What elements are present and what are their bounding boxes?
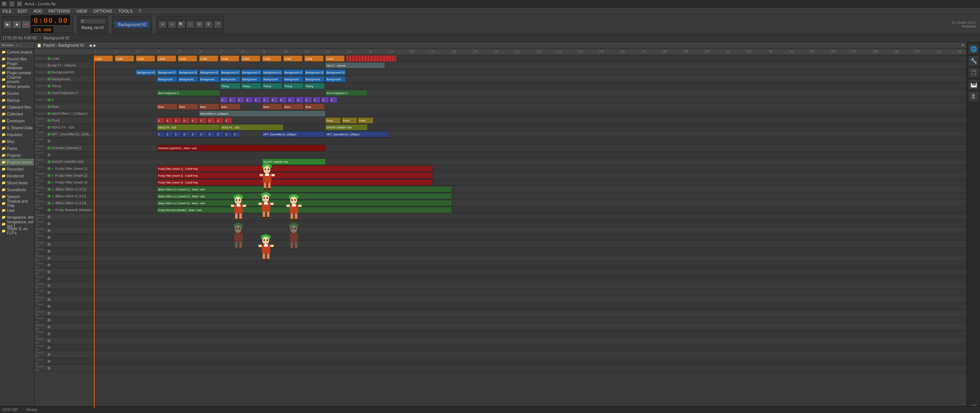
clip-bg2-6[interactable]: Background #2	[325, 69, 346, 75]
right-btn-3[interactable]: 🎵	[968, 67, 979, 78]
sidebar-item-il-shared[interactable]: 📁 IL Shared Data	[0, 124, 34, 131]
clip-lead-11[interactable]: Lead	[304, 55, 323, 62]
clip-fruity-filter-2[interactable]: Fruity Filter (Insert 2) - Cutoff freq	[157, 172, 433, 179]
clip-lead-12[interactable]: Lead	[325, 55, 345, 62]
track-26-mute[interactable]	[47, 229, 51, 232]
clip-3-row7-2[interactable]: 3	[229, 97, 236, 103]
clip-bg-7[interactable]: Background	[283, 76, 304, 82]
sidebar-item-tropical[interactable]: 📁 Tropical and Trap	[0, 200, 34, 207]
clip-wind[interactable]: Wind Effect 1 (128bpm)	[199, 111, 325, 117]
clip-fruity-filter-3[interactable]: Fruity Filter (Insert 3) - Cutoff freq	[157, 179, 433, 185]
clip-kickstart[interactable]: Kickstart (Sylenth1) - Mute / solo	[157, 145, 325, 151]
clip-3-row7-8[interactable]: 3	[279, 97, 287, 103]
menu-patterns[interactable]: PATTERNS	[47, 9, 72, 13]
tool-1[interactable]: ✏	[158, 21, 167, 28]
track-10-mute[interactable]	[47, 119, 51, 122]
tracks-grid[interactable]: Lead Lead Lead Lead Lead Lead Lead Lead …	[94, 55, 967, 408]
right-btn-2[interactable]: 🔧	[968, 55, 979, 66]
track-46-mute[interactable]	[47, 367, 51, 370]
clip-lead-8[interactable]: Lead	[241, 55, 260, 62]
track-32-mute[interactable]	[47, 270, 51, 273]
browse-icon[interactable]: Browse..	[2, 43, 15, 47]
track-41-mute[interactable]	[47, 332, 51, 335]
track-30-mute[interactable]	[47, 257, 51, 260]
clip-bg-5[interactable]: Background	[241, 76, 261, 82]
sidebar-down-icon[interactable]: ↓	[20, 43, 22, 47]
clip-3-row12-6[interactable]: 3	[199, 131, 207, 137]
track-8-mute[interactable]	[47, 105, 51, 108]
tool-6[interactable]: 🎙	[204, 21, 213, 28]
sidebar-item-backup[interactable]: 📁 Backup	[0, 97, 34, 104]
clip-thincy-2[interactable]: Thincy	[241, 83, 261, 89]
playlist-toolbar-btn-2[interactable]: ▶	[93, 43, 96, 47]
clip-bg7-2[interactable]: Background #2	[178, 69, 198, 75]
sidebar-item-mixer-presets[interactable]: 📁 Mixer presets	[0, 83, 34, 90]
clip-lead-10[interactable]: Lead	[283, 55, 302, 62]
menu-edit[interactable]: EDIT	[16, 9, 28, 13]
sidebar-item-packs[interactable]: 📁 Packs	[0, 145, 34, 152]
clip-bg7-4[interactable]: Background #7	[283, 69, 304, 75]
menu-add[interactable]: ADD	[32, 9, 43, 13]
clip-3-row10-9[interactable]: 3	[224, 117, 232, 124]
menu-view[interactable]: VIEW	[75, 9, 88, 13]
clip-explosion-1[interactable]: Avicii Explosion 2	[157, 90, 220, 96]
track-5-mute[interactable]	[47, 85, 51, 88]
track-44-mute[interactable]	[47, 353, 51, 356]
clip-bass-3[interactable]: Bass	[199, 104, 219, 110]
track-3-mute[interactable]	[47, 71, 51, 74]
track-21-mute[interactable]	[47, 195, 51, 198]
clip-bg-6[interactable]: Background	[262, 76, 283, 82]
track-39-mute[interactable]	[47, 319, 51, 322]
tool-3[interactable]: 🔍	[177, 21, 185, 28]
active-pattern[interactable]: Background #2	[114, 21, 150, 28]
clip-thincy-5[interactable]: Thincy	[304, 83, 325, 89]
clip-3-row7-6[interactable]: 3	[262, 97, 270, 103]
playlist-close[interactable]: ✕	[961, 43, 964, 47]
clip-bg-1[interactable]: Background	[157, 76, 177, 82]
clip-3-row7-13[interactable]: 3	[321, 97, 329, 103]
clip-3-row12-7[interactable]: 3	[207, 131, 215, 137]
track-16-mute[interactable]	[47, 160, 51, 163]
clip-lead-9[interactable]: Lead	[262, 55, 281, 62]
pattern-dropdown[interactable]: Backg..nd #2	[80, 25, 106, 31]
tool-4[interactable]: ↕	[186, 21, 194, 28]
track-25-mute[interactable]	[47, 222, 51, 225]
clip-pluck-3[interactable]: Pluck	[358, 117, 373, 124]
sidebar-item-plugin-database[interactable]: 📁 Plugin database	[0, 62, 34, 69]
clip-3-row10-1[interactable]: 3	[157, 117, 165, 124]
sidebar-item-envelopes[interactable]: 📁 Envelopes	[0, 117, 34, 124]
clip-bg2-5[interactable]: Background #2	[304, 69, 325, 75]
clip-3-row12-9[interactable]: 3	[224, 131, 232, 137]
track-18-mute[interactable]	[47, 174, 51, 177]
sidebar-item-projects[interactable]: 📁 Projects	[0, 152, 34, 159]
clip-bg7-3[interactable]: Background #7	[220, 69, 240, 75]
clip-hat-volume[interactable]: Hat 17 - Volume	[325, 62, 385, 68]
clip-3-row10-6[interactable]: 3	[199, 117, 207, 124]
menu-help[interactable]: ?	[137, 9, 142, 13]
clip-thincy-4[interactable]: Thincy	[283, 83, 304, 89]
clip-bg-9[interactable]: Background	[325, 76, 346, 82]
track-7-mute[interactable]	[47, 98, 51, 101]
track-23-mute[interactable]	[47, 208, 51, 211]
clip-3-row12-1[interactable]: 3	[157, 131, 165, 137]
track-40-mute[interactable]	[47, 325, 51, 328]
track-22-mute[interactable]	[47, 202, 51, 205]
track-4-mute[interactable]	[47, 78, 51, 81]
pitch-display[interactable]: 0	[80, 18, 106, 24]
clip-fruity-filter-1[interactable]: Fruity Filter (Insert 1) - Cutoff freq	[157, 166, 433, 172]
track-1-mute[interactable]	[47, 57, 51, 60]
track-36-mute[interactable]	[47, 298, 51, 301]
clip-3-row12-3[interactable]: 3	[174, 131, 181, 137]
clip-explosion-2[interactable]: Avicii Explosion 2	[325, 90, 368, 96]
clip-3-row7-14[interactable]: 3	[330, 97, 337, 103]
menu-tools[interactable]: TOOLS	[117, 9, 134, 13]
track-24-mute[interactable]	[47, 215, 51, 218]
clip-thincy-3[interactable]: Thincy	[262, 83, 283, 89]
clip-3-row10-5[interactable]: 3	[191, 117, 198, 124]
sidebar-item-user[interactable]: 📁 User	[0, 207, 34, 214]
clip-lead-2[interactable]: Lead	[115, 55, 134, 62]
track-33-mute[interactable]	[47, 277, 51, 280]
clip-lead-3[interactable]: Lead	[136, 55, 155, 62]
clip-bg7-1[interactable]: Background #7	[157, 69, 177, 75]
clip-hpt-2[interactable]: HPT_Downlifter10_128bpm	[325, 131, 389, 137]
